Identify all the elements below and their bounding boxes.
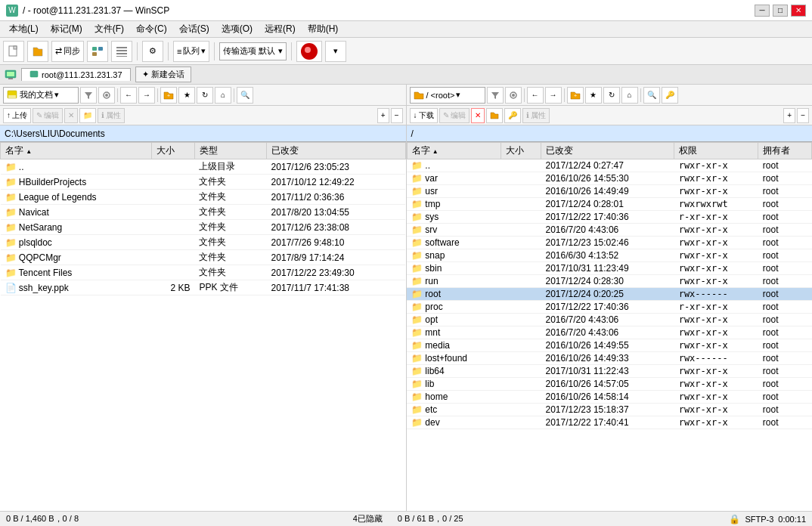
left-props-btn[interactable]: ℹ 属性 — [98, 108, 125, 123]
right-file-row[interactable]: 📁 lib2016/10/26 14:57:05rwxr-xr-xroot — [407, 378, 812, 391]
right-forward-btn[interactable]: → — [545, 87, 562, 104]
new-session-button[interactable]: ✦ 新建会话 — [135, 67, 191, 82]
menu-help[interactable]: 帮助(H) — [302, 21, 345, 37]
right-perms2-btn[interactable]: 🔑 — [504, 108, 521, 123]
right-path-dropdown[interactable]: / <root> ▾ — [410, 87, 485, 104]
menu-file[interactable]: 文件(F) — [88, 21, 130, 37]
right-file-row[interactable]: 📁 mnt2016/7/20 4:43:06rwxr-xr-xroot — [407, 326, 812, 339]
left-file-row[interactable]: 📁 Tencent Files文件夹2017/12/22 23:49:30 — [1, 265, 406, 280]
right-perms-btn[interactable]: 🔑 — [662, 87, 678, 104]
right-file-row[interactable]: 📁 sys2017/12/22 17:40:36r-xr-xr-xroot — [407, 211, 812, 224]
right-props-btn[interactable]: ℹ 属性 — [522, 108, 550, 123]
right-file-row[interactable]: 📁 home2016/10/26 14:58:14rwxr-xr-xroot — [407, 391, 812, 404]
right-file-row[interactable]: 📁 snap2016/6/30 4:13:52rwxr-xr-xroot — [407, 249, 812, 262]
left-file-list[interactable]: 名字 ▲ 大小 类型 已改变 📁 ..上级目录2017/12/6 23:05:2… — [0, 142, 406, 511]
menu-local[interactable]: 本地(L) — [3, 21, 45, 37]
left-refresh-btn[interactable]: ↻ — [197, 87, 213, 104]
right-file-row[interactable]: 📁 var2016/10/26 14:55:30rwxr-xr-xroot — [407, 172, 812, 185]
right-file-row[interactable]: 📁 run2017/12/24 0:28:30rwxr-xr-xroot — [407, 275, 812, 288]
left-file-row[interactable]: 📁 plsqldoc文件夹2017/7/26 9:48:10 — [1, 235, 406, 250]
left-file-row[interactable]: 📁 Navicat文件夹2017/8/20 13:04:55 — [1, 205, 406, 220]
right-file-row[interactable]: 📁 tmp2017/12/24 0:28:01rwxrwxrwtroot — [407, 198, 812, 211]
left-filter-btn[interactable] — [80, 87, 97, 104]
btn-winscp-logo[interactable] — [296, 41, 322, 62]
left-path-dropdown[interactable]: 我的文档 ▾ — [3, 87, 79, 104]
left-col-type[interactable]: 类型 — [194, 143, 266, 159]
btn-sync[interactable]: ⇄ 同步 — [51, 41, 84, 62]
transfer-options-dropdown[interactable]: 传输选项 默认 ▾ — [219, 42, 287, 60]
right-file-row[interactable]: 📁 dev2017/12/22 17:40:41rwxr-xr-xroot — [407, 416, 812, 429]
right-new-folder-btn[interactable]: + — [567, 87, 584, 104]
left-back-btn[interactable]: ← — [120, 87, 137, 104]
btn-icon4[interactable] — [87, 41, 108, 62]
left-newfile-btn[interactable]: + — [377, 108, 389, 123]
left-show-hidden-btn[interactable] — [98, 87, 115, 104]
btn-new[interactable] — [3, 41, 24, 62]
left-file-row[interactable]: 📁 HBuilderProjects文件夹2017/10/12 12:49:22 — [1, 175, 406, 190]
left-col-modified[interactable]: 已改变 — [267, 143, 405, 159]
right-file-row[interactable]: 📁 sbin2017/10/31 11:23:49rwxr-xr-xroot — [407, 262, 812, 275]
left-minus-btn[interactable]: − — [391, 108, 403, 123]
right-file-row[interactable]: 📁 software2017/12/23 15:02:46rwxr-xr-xro… — [407, 237, 812, 249]
right-file-row[interactable]: 📁 proc2017/12/22 17:40:36r-xr-xr-xroot — [407, 301, 812, 314]
menu-options[interactable]: 选项(O) — [215, 21, 259, 37]
right-file-list[interactable]: 名字 ▲ 大小 已改变 权限 拥有者 📁 ..2017/12/24 0:27:4… — [407, 142, 813, 511]
left-new-folder-btn[interactable]: + — [160, 87, 177, 104]
left-edit-btn[interactable]: ✎ 编辑 — [33, 108, 63, 123]
left-file-row[interactable]: 📁 QQPCMgr文件夹2017/8/9 17:14:24 — [1, 250, 406, 265]
right-search-btn[interactable]: 🔍 — [643, 87, 660, 104]
right-file-row[interactable]: 📁 ..2017/12/24 0:27:47rwxr-xr-xroot — [407, 159, 812, 172]
right-mkdir-btn[interactable] — [486, 108, 503, 123]
left-file-row[interactable]: 📄 ssh_key.ppk2 KBPPK 文件2017/11/7 17:41:3… — [1, 280, 406, 295]
right-file-row[interactable]: 📁 usr2016/10/26 14:49:49rwxr-xr-xroot — [407, 185, 812, 198]
right-home-btn[interactable]: ⌂ — [621, 87, 638, 104]
right-back-btn[interactable]: ← — [527, 87, 544, 104]
right-refresh-btn[interactable]: ↻ — [603, 87, 620, 104]
right-file-row[interactable]: 📁 lost+found2016/10/26 14:49:33rwx------… — [407, 352, 812, 365]
right-col-perms[interactable]: 权限 — [674, 143, 758, 159]
btn-icon5[interactable] — [111, 41, 132, 62]
right-del-btn[interactable]: ✕ — [471, 108, 485, 123]
btn-logo-dropdown[interactable]: ▾ — [325, 41, 346, 62]
left-home-btn[interactable]: ⌂ — [215, 87, 231, 104]
minimize-button[interactable]: ─ — [755, 5, 770, 17]
right-edit-btn[interactable]: ✎ 编辑 — [439, 108, 470, 123]
btn-queue[interactable]: ≡ 队列 ▾ — [173, 41, 209, 62]
right-file-row[interactable]: 📁 root2017/12/24 0:20:25rwx------root — [407, 288, 812, 301]
right-file-row[interactable]: 📁 srv2016/7/20 4:43:06rwxr-xr-xroot — [407, 224, 812, 237]
right-show-hidden-btn[interactable] — [505, 87, 522, 104]
left-file-row[interactable]: 📁 NetSarang文件夹2017/12/6 23:38:08 — [1, 220, 406, 235]
right-filter-btn[interactable] — [487, 87, 504, 104]
btn-open[interactable] — [27, 41, 48, 62]
close-button[interactable]: ✕ — [791, 5, 806, 17]
right-file-row[interactable]: 📁 etc2017/12/23 15:18:37rwxr-xr-xroot — [407, 404, 812, 416]
restore-button[interactable]: □ — [773, 5, 788, 17]
right-col-size[interactable]: 大小 — [501, 143, 541, 159]
right-newfile-btn[interactable]: + — [783, 108, 795, 123]
menu-mark[interactable]: 标记(M) — [45, 21, 88, 37]
right-file-row[interactable]: 📁 lib642017/10/31 11:22:43rwxr-xr-xroot — [407, 365, 812, 378]
right-bookmark-btn[interactable]: ★ — [585, 87, 602, 104]
left-mkdir-btn[interactable]: 📁 — [79, 108, 96, 123]
left-search-btn[interactable]: 🔍 — [237, 87, 253, 104]
right-col-owner[interactable]: 拥有者 — [758, 143, 812, 159]
btn-gear[interactable]: ⚙ — [142, 41, 163, 62]
right-download-btn[interactable]: ↓ 下载 — [410, 108, 438, 123]
menu-remote[interactable]: 远程(R) — [259, 21, 302, 37]
left-bookmark-btn[interactable]: ★ — [178, 87, 195, 104]
session-tab-root[interactable]: root@111.231.231.37 — [21, 68, 131, 81]
left-del-btn[interactable]: ✕ — [64, 108, 78, 123]
left-upload-btn[interactable]: ↑ 上传 — [3, 108, 31, 123]
left-file-row[interactable]: 📁 League of Legends文件夹2017/11/2 0:36:36 — [1, 190, 406, 205]
right-col-modified[interactable]: 已改变 — [541, 143, 674, 159]
left-col-size[interactable]: 大小 — [151, 143, 194, 159]
right-file-row[interactable]: 📁 opt2016/7/20 4:43:06rwxr-xr-xroot — [407, 314, 812, 326]
right-minus-btn[interactable]: − — [797, 108, 809, 123]
left-forward-btn[interactable]: → — [138, 87, 155, 104]
right-file-row[interactable]: 📁 media2016/10/26 14:49:55rwxr-xr-xroot — [407, 339, 812, 352]
left-col-name[interactable]: 名字 ▲ — [1, 143, 152, 159]
right-col-name[interactable]: 名字 ▲ — [407, 143, 501, 159]
left-file-row[interactable]: 📁 ..上级目录2017/12/6 23:05:23 — [1, 159, 406, 175]
menu-session[interactable]: 会话(S) — [173, 21, 215, 37]
menu-command[interactable]: 命令(C) — [130, 21, 173, 37]
